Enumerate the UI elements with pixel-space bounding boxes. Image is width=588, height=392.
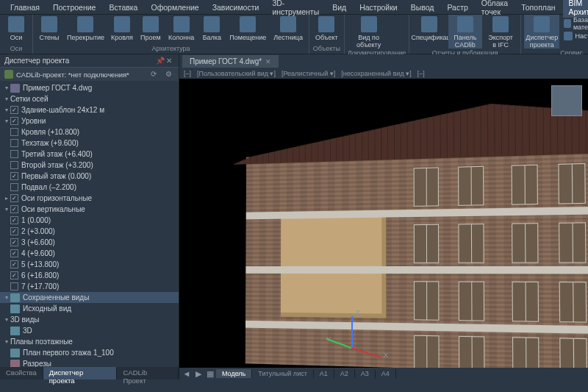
expand-icon[interactable] bbox=[3, 294, 10, 301]
expand-icon[interactable] bbox=[3, 85, 10, 91]
tree-node[interactable]: Третий этаж (+6.400) bbox=[0, 149, 179, 160]
ribbon-button[interactable]: Вид по объекту bbox=[348, 15, 390, 49]
gear-icon[interactable]: ⚙ bbox=[165, 70, 174, 79]
menu-item[interactable]: Зависимости bbox=[207, 1, 265, 13]
layout-nav[interactable]: ▶ bbox=[193, 369, 204, 379]
checkbox[interactable] bbox=[10, 282, 18, 291]
checkbox[interactable] bbox=[10, 227, 18, 235]
ribbon-button[interactable]: Экспорт в IFC bbox=[484, 15, 517, 49]
ribbon-button[interactable]: Объект bbox=[312, 15, 341, 41]
tree-node[interactable]: Подвал (–2.200) bbox=[0, 182, 179, 193]
tree-node[interactable]: 6 (+16.800) bbox=[0, 270, 179, 281]
ribbon-button[interactable]: Оси bbox=[3, 15, 29, 41]
checkbox[interactable] bbox=[10, 271, 18, 279]
ribbon-small-button[interactable]: База материалов bbox=[564, 16, 588, 31]
tree-node[interactable]: 7 (+17.700) bbox=[0, 281, 179, 292]
project-icon[interactable] bbox=[4, 70, 13, 79]
tree-node[interactable]: 1 (0.000) bbox=[0, 215, 179, 226]
pin-icon[interactable]: 📌 bbox=[156, 57, 164, 65]
axis-gizmo[interactable]: Z X Y bbox=[326, 309, 378, 360]
ribbon-button[interactable]: Лестница bbox=[270, 15, 306, 41]
ribbon-button[interactable]: Спецификации bbox=[412, 15, 446, 41]
expand-icon[interactable] bbox=[3, 316, 10, 323]
checkbox[interactable] bbox=[10, 183, 18, 191]
menu-item[interactable]: Построение bbox=[47, 1, 101, 13]
layout-nav[interactable]: ◄ bbox=[181, 369, 193, 378]
close-tab-icon[interactable]: ✕ bbox=[265, 58, 271, 65]
tree-node[interactable]: 4 (+9.600) bbox=[0, 248, 179, 259]
view-minus[interactable]: [–] bbox=[184, 70, 191, 77]
checkbox[interactable] bbox=[10, 161, 18, 169]
tree-node[interactable]: Техэтаж (+9.600) bbox=[0, 138, 179, 149]
layout-tab[interactable]: A3 bbox=[355, 369, 376, 378]
checkbox[interactable] bbox=[10, 117, 18, 125]
view-dropdown[interactable]: [Реалистичный ▾] bbox=[282, 70, 335, 77]
tree-node[interactable]: 3D bbox=[0, 325, 179, 336]
menu-item[interactable]: Оформление bbox=[145, 1, 204, 13]
ribbon-small-button[interactable]: Настройки... bbox=[564, 32, 588, 40]
menu-item[interactable]: Главная bbox=[4, 1, 46, 13]
menu-item[interactable]: Топоплан bbox=[515, 1, 561, 13]
view-cube[interactable] bbox=[551, 85, 582, 116]
layout-tab[interactable]: A1 bbox=[314, 369, 334, 378]
view-dropdown[interactable]: [несохраненный вид ▾] bbox=[341, 70, 411, 77]
ribbon-button[interactable]: Стены bbox=[36, 15, 62, 41]
tree-node[interactable]: Второй этаж (+3.200) bbox=[0, 160, 179, 171]
menu-item[interactable]: Растр bbox=[441, 1, 473, 13]
expand-icon[interactable] bbox=[3, 118, 10, 124]
tree-node[interactable]: Здание-шаблон 24x12 м bbox=[0, 104, 179, 115]
ribbon-button[interactable]: Перекрытие bbox=[64, 15, 107, 41]
checkbox[interactable] bbox=[10, 216, 18, 224]
sidebar-tab[interactable]: CADLib Проект bbox=[117, 367, 179, 379]
checkbox[interactable] bbox=[10, 194, 18, 202]
checkbox[interactable] bbox=[10, 238, 18, 246]
layout-tab[interactable]: A4 bbox=[376, 369, 396, 378]
layout-tab[interactable]: Модель bbox=[216, 369, 252, 378]
ribbon-button[interactable]: Помещение bbox=[226, 15, 269, 41]
ribbon-button[interactable]: Диспетчер проекта bbox=[524, 15, 559, 49]
tree-node[interactable]: Сетки осей bbox=[0, 93, 179, 104]
ribbon-button[interactable]: Проем bbox=[137, 15, 164, 41]
model-canvas[interactable]: Z X Y bbox=[179, 79, 588, 368]
tree-node[interactable]: Планы поэтажные bbox=[0, 336, 179, 347]
tree-node[interactable]: План первого этажа 1_100 bbox=[0, 347, 179, 358]
tree-node[interactable]: Сохраненные виды bbox=[0, 292, 179, 303]
view-dropdown[interactable]: [Пользовательский вид ▾] bbox=[197, 70, 276, 77]
ribbon-button[interactable]: Балка bbox=[198, 15, 225, 41]
tree-node[interactable]: Первый этаж (0.000) bbox=[0, 171, 179, 182]
layout-nav[interactable]: ▦ bbox=[204, 369, 216, 379]
tree-node[interactable]: Исходный вид bbox=[0, 303, 179, 314]
tree-node[interactable]: Уровни bbox=[0, 115, 179, 126]
checkbox[interactable] bbox=[10, 128, 18, 136]
ribbon-button[interactable]: Колонна bbox=[165, 15, 197, 41]
ribbon-button[interactable]: Кровля bbox=[108, 15, 136, 41]
tree-node[interactable]: 3D виды bbox=[0, 314, 179, 325]
sidebar-tab[interactable]: Диспетчер проекта bbox=[43, 367, 118, 379]
menu-item[interactable]: Настройки bbox=[354, 1, 404, 13]
expand-icon[interactable] bbox=[3, 338, 10, 345]
ribbon-button[interactable]: Панель CADlib bbox=[448, 15, 482, 49]
checkbox[interactable] bbox=[10, 205, 18, 213]
view-minus[interactable]: [–] bbox=[417, 70, 425, 77]
checkbox[interactable] bbox=[10, 260, 18, 268]
refresh-icon[interactable]: ⟳ bbox=[151, 70, 159, 79]
expand-icon[interactable] bbox=[3, 206, 10, 213]
close-icon[interactable]: ✕ bbox=[166, 57, 174, 65]
tree-node[interactable]: 5 (+13.800) bbox=[0, 259, 179, 270]
tree-node[interactable]: Оси вертикальные bbox=[0, 204, 179, 215]
checkbox[interactable] bbox=[10, 150, 18, 158]
checkbox[interactable] bbox=[10, 139, 18, 147]
sidebar-tab[interactable]: Свойства bbox=[0, 367, 43, 379]
tree-node[interactable]: 2 (+3.000) bbox=[0, 226, 179, 237]
tree-node[interactable]: Пример ГОСТ 4.dwg bbox=[0, 82, 179, 93]
menu-item[interactable]: Вид bbox=[326, 1, 352, 13]
checkbox[interactable] bbox=[10, 106, 18, 114]
expand-icon[interactable] bbox=[3, 195, 10, 202]
expand-icon[interactable] bbox=[3, 96, 10, 102]
checkbox[interactable] bbox=[10, 172, 18, 180]
menu-item[interactable]: Вставка bbox=[103, 1, 143, 13]
project-tree[interactable]: Пример ГОСТ 4.dwgСетки осейЗдание-шаблон… bbox=[0, 81, 179, 367]
layout-tab[interactable]: Титульный лист bbox=[252, 369, 313, 378]
checkbox[interactable] bbox=[10, 249, 18, 257]
document-tab[interactable]: Пример ГОСТ 4.dwg* ✕ bbox=[182, 55, 279, 68]
